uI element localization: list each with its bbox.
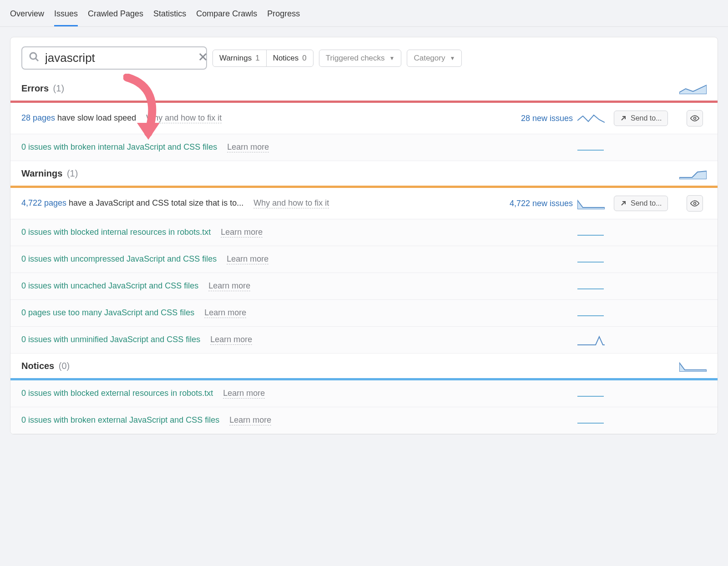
sparkline (577, 396, 604, 397)
filter-label: Warnings (219, 54, 252, 63)
issue-description[interactable]: 0 issues with unminified JavaScript and … (21, 335, 200, 344)
issue-row: 28 pages have slow load speedWhy and how… (10, 103, 718, 134)
chevron-down-icon: ▼ (450, 55, 455, 61)
learn-more-link[interactable]: Learn more (208, 281, 250, 291)
svg-point-0 (30, 53, 36, 59)
learn-more-link[interactable]: Learn more (229, 415, 271, 425)
tab-issues[interactable]: Issues (54, 5, 78, 26)
learn-more-link[interactable]: Learn more (223, 389, 265, 399)
triggered-checks-dropdown[interactable]: Triggered checks ▼ (319, 50, 402, 67)
sparkline (679, 360, 707, 372)
issue-description[interactable]: 0 issues with uncached JavaScript and CS… (21, 281, 198, 291)
send-to-button[interactable]: Send to... (614, 111, 668, 126)
filter-label: Notices (273, 54, 299, 63)
issue-description[interactable]: 4,722 pages have a JavaScript and CSS to… (21, 198, 243, 208)
sparkline (577, 288, 604, 289)
issue-description[interactable]: 0 issues with broken internal JavaScript… (21, 142, 217, 152)
send-to-button[interactable]: Send to... (614, 196, 668, 211)
sparkline (577, 334, 605, 346)
new-issues-link[interactable]: 4,722 new issues (495, 199, 573, 208)
issue-description[interactable]: 0 issues with blocked internal resources… (21, 227, 211, 237)
search-icon (29, 51, 40, 65)
nav-tabs: OverviewIssuesCrawled PagesStatisticsCom… (0, 0, 728, 27)
tab-statistics[interactable]: Statistics (153, 5, 186, 26)
sparkline (577, 197, 605, 209)
sparkline (577, 150, 604, 151)
issue-row-zero: 0 issues with broken external JavaScript… (10, 407, 718, 434)
issues-panel: Warnings 1Notices 0 Triggered checks ▼ C… (10, 37, 718, 435)
severity-filter: Warnings 1Notices 0 (212, 50, 313, 67)
tab-compare-crawls[interactable]: Compare Crawls (196, 5, 257, 26)
section-count: (0) (59, 361, 70, 371)
svg-line-1 (35, 58, 38, 61)
learn-more-link[interactable]: Learn more (204, 308, 246, 318)
dropdown-label: Category (414, 54, 445, 63)
issue-row-zero: 0 issues with uncompressed JavaScript an… (10, 246, 718, 273)
dropdown-label: Triggered checks (326, 54, 385, 63)
section-title: Notices (21, 361, 54, 371)
sparkline (577, 423, 604, 424)
section-header-notices: Notices (0) (10, 354, 718, 378)
new-issues-link[interactable]: 28 new issues (495, 114, 573, 123)
fix-hint-link[interactable]: Why and how to fix it (146, 113, 222, 123)
section-title: Warnings (21, 168, 62, 178)
svg-point-5 (694, 202, 696, 205)
filter-count: 0 (302, 54, 306, 63)
issue-description[interactable]: 0 issues with broken external JavaScript… (21, 415, 219, 425)
sparkline (577, 315, 604, 316)
clear-search-icon[interactable] (198, 52, 207, 64)
search-box (21, 46, 207, 70)
learn-more-link[interactable]: Learn more (221, 227, 263, 238)
learn-more-link[interactable]: Learn more (210, 335, 252, 345)
sparkline (679, 82, 707, 94)
section-header-errors: Errors (1) (10, 76, 718, 101)
tab-progress[interactable]: Progress (267, 5, 300, 26)
button-label: Send to... (631, 114, 662, 122)
search-input[interactable] (45, 51, 193, 65)
filter-warnings[interactable]: Warnings 1 (213, 50, 266, 66)
issue-row-zero: 0 issues with unminified JavaScript and … (10, 327, 718, 354)
issue-row-zero: 0 issues with uncached JavaScript and CS… (10, 273, 718, 300)
eye-icon (690, 114, 699, 123)
tab-overview[interactable]: Overview (10, 5, 44, 26)
sparkline (577, 112, 605, 124)
button-label: Send to... (631, 199, 662, 207)
issue-row: 4,722 pages have a JavaScript and CSS to… (10, 188, 718, 219)
view-button[interactable] (687, 110, 703, 126)
issue-description[interactable]: 28 pages have slow load speed (21, 113, 136, 123)
issue-description[interactable]: 0 issues with uncompressed JavaScript an… (21, 254, 217, 264)
issue-row-zero: 0 pages use too many JavaScript and CSS … (10, 300, 718, 327)
sparkline (679, 167, 707, 179)
filter-notices[interactable]: Notices 0 (266, 50, 313, 66)
section-count: (1) (53, 83, 64, 93)
issue-description[interactable]: 0 issues with blocked external resources… (21, 389, 213, 398)
chevron-down-icon: ▼ (389, 55, 395, 61)
issue-description[interactable]: 0 pages use too many JavaScript and CSS … (21, 308, 194, 318)
category-dropdown[interactable]: Category ▼ (407, 50, 462, 67)
issue-row-zero: 0 issues with broken internal JavaScript… (10, 134, 718, 161)
fix-hint-link[interactable]: Why and how to fix it (253, 198, 329, 208)
view-button[interactable] (687, 195, 703, 212)
section-header-warnings: Warnings (1) (10, 161, 718, 186)
learn-more-link[interactable]: Learn more (227, 254, 268, 264)
issue-row-zero: 0 issues with blocked external resources… (10, 380, 718, 407)
filter-count: 1 (255, 54, 259, 63)
sparkline (577, 235, 604, 236)
sparkline (577, 262, 604, 263)
issue-row-zero: 0 issues with blocked internal resources… (10, 219, 718, 246)
learn-more-link[interactable]: Learn more (227, 142, 269, 152)
eye-icon (690, 199, 699, 208)
svg-point-4 (694, 117, 696, 120)
section-count: (1) (67, 168, 78, 178)
tab-crawled-pages[interactable]: Crawled Pages (88, 5, 143, 26)
toolbar: Warnings 1Notices 0 Triggered checks ▼ C… (10, 37, 718, 76)
section-title: Errors (21, 83, 49, 93)
